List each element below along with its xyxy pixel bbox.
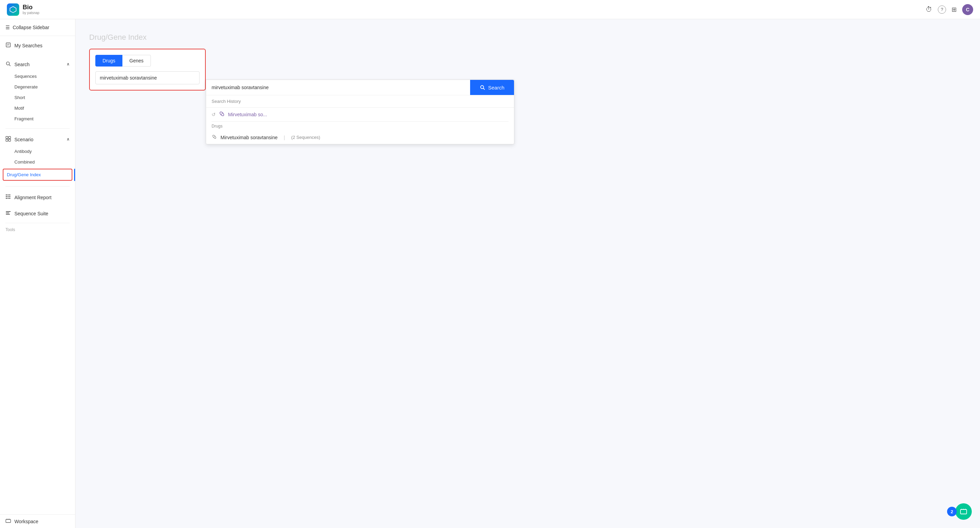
collapse-icon: ☰ <box>5 25 10 30</box>
sidebar-item-sequences[interactable]: Sequences <box>0 71 75 82</box>
alignment-icon <box>5 194 11 200</box>
svg-rect-9 <box>6 139 8 141</box>
sidebar-item-antibody[interactable]: Antibody <box>0 146 75 157</box>
dropdown-search-button[interactable]: Search <box>470 80 514 95</box>
svg-rect-17 <box>6 198 7 199</box>
main-content: Drug/Gene Index Drugs Genes Search <box>75 19 980 528</box>
sidebar-item-combined[interactable]: Combined <box>0 157 75 167</box>
search-history-dropdown: Search Search History ↺ Mirvetuximab so.… <box>206 80 514 144</box>
history-pill-icon <box>219 111 224 118</box>
workspace-label: Workspace <box>14 519 38 524</box>
motif-label: Motif <box>14 106 24 111</box>
sidebar-alignment-section: Alignment Report <box>0 188 75 207</box>
header-right: ⏱ ? ⊞ C <box>926 4 973 15</box>
sidebar-search-section: Search ∨ Sequences Degenerate Short Moti… <box>0 55 75 127</box>
sidebar-item-short[interactable]: Short <box>0 92 75 103</box>
sidebar-scenario-group[interactable]: Scenario ∨ <box>0 133 75 146</box>
tab-genes[interactable]: Genes <box>123 55 151 67</box>
sidebar-item-sequence-suite[interactable]: Sequence Suite <box>0 207 75 220</box>
workspace-icon <box>5 518 11 525</box>
active-indicator-bar <box>74 169 75 181</box>
sidebar-item-fragment[interactable]: Fragment <box>0 113 75 124</box>
scenario-label: Scenario <box>14 137 33 142</box>
svg-rect-2 <box>6 43 10 47</box>
svg-rect-7 <box>6 137 8 138</box>
logo-bio: Bio <box>22 4 40 11</box>
alignment-report-label: Alignment Report <box>14 195 51 200</box>
sidebar-item-drug-gene-index[interactable]: Drug/Gene Index <box>3 169 72 181</box>
svg-line-32 <box>221 113 223 115</box>
history-drug-name: Mirvetuximab soravtansine <box>221 135 278 140</box>
search-input-row <box>95 71 200 84</box>
sidebar-item-my-searches[interactable]: My Searches <box>0 39 75 52</box>
scenario-icon <box>5 136 11 143</box>
sidebar-divider-1 <box>5 128 70 129</box>
sidebar-item-drug-gene-wrapper: Drug/Gene Index <box>0 167 75 182</box>
logo-icon <box>7 3 19 16</box>
sidebar-divider-2 <box>5 186 70 186</box>
app-header: Bio by patsnap ⏱ ? ⊞ C <box>0 0 980 19</box>
help-icon[interactable]: ? <box>938 5 946 14</box>
dropdown-search-input[interactable] <box>206 80 470 95</box>
antibody-label: Antibody <box>14 149 32 154</box>
sidebar-item-workspace[interactable]: Workspace <box>0 514 75 528</box>
timer-icon[interactable]: ⏱ <box>926 5 932 13</box>
svg-rect-19 <box>9 198 10 199</box>
combined-label: Combined <box>14 159 35 165</box>
sidebar-spacer <box>0 235 75 514</box>
search-form-container: Drugs Genes <box>89 49 206 91</box>
svg-rect-15 <box>8 196 9 197</box>
sidebar-item-motif[interactable]: Motif <box>0 103 75 113</box>
svg-rect-11 <box>6 194 7 196</box>
drug-search-input[interactable] <box>95 71 200 84</box>
history-header: Search History <box>206 95 514 108</box>
search-group-icon <box>5 61 11 68</box>
svg-rect-13 <box>9 194 10 196</box>
dropdown-search-button-label: Search <box>488 85 504 91</box>
svg-point-1 <box>12 9 14 11</box>
separator: | <box>284 135 285 140</box>
page-title: Drug/Gene Index <box>89 33 966 42</box>
sidebar-item-degenerate[interactable]: Degenerate <box>0 82 75 92</box>
collapse-sidebar-button[interactable]: ☰ Collapse Sidebar <box>0 19 75 36</box>
history-clock-icon: ↺ <box>212 112 216 117</box>
sidebar-item-alignment-report[interactable]: Alignment Report <box>0 191 75 204</box>
sequences-label: Sequences <box>14 74 37 79</box>
fragment-label: Fragment <box>14 116 33 121</box>
sidebar-divider-3 <box>5 223 70 223</box>
search-group-label: Search <box>14 62 30 67</box>
svg-rect-35 <box>961 509 967 514</box>
svg-rect-23 <box>6 519 11 523</box>
history-sequences-count: (2 Sequences) <box>291 135 320 140</box>
workspace-badge-button[interactable] <box>955 503 972 520</box>
history-drug-item[interactable]: Mirvetuximab soravtansine | (2 Sequences… <box>206 130 514 144</box>
drug-gene-index-label: Drug/Gene Index <box>7 172 41 177</box>
scenario-chevron-icon: ∨ <box>67 137 70 142</box>
my-searches-icon <box>5 42 11 49</box>
sidebar-my-searches-section: My Searches <box>0 36 75 55</box>
short-label: Short <box>14 95 25 100</box>
sidebar-scenario-section: Scenario ∨ Antibody Combined Drug/Gene I… <box>0 130 75 185</box>
logo-text: Bio by patsnap <box>22 4 40 15</box>
svg-rect-10 <box>9 139 11 141</box>
sidebar: ☰ Collapse Sidebar My Searches Search ∨ … <box>0 19 75 528</box>
sidebar-search-group[interactable]: Search ∨ <box>0 57 75 71</box>
svg-line-30 <box>484 89 485 90</box>
history-drug-icon <box>212 134 217 141</box>
logo-patsnap: by patsnap <box>22 11 40 15</box>
svg-line-6 <box>9 65 11 66</box>
svg-rect-8 <box>9 137 11 138</box>
svg-rect-20 <box>6 211 11 212</box>
sequence-suite-icon <box>5 210 11 217</box>
sequence-suite-label: Sequence Suite <box>14 211 48 216</box>
history-recent-item[interactable]: ↺ Mirvetuximab so... <box>206 108 514 121</box>
tab-drugs[interactable]: Drugs <box>95 55 123 67</box>
grid-icon[interactable]: ⊞ <box>951 6 957 13</box>
degenerate-label: Degenerate <box>14 84 38 89</box>
collapse-label: Collapse Sidebar <box>13 25 49 30</box>
svg-rect-18 <box>8 198 9 199</box>
history-drugs-category: Drugs <box>206 122 514 130</box>
history-recent-text: Mirvetuximab so... <box>228 112 267 117</box>
svg-rect-12 <box>8 194 9 196</box>
avatar[interactable]: C <box>962 4 973 15</box>
